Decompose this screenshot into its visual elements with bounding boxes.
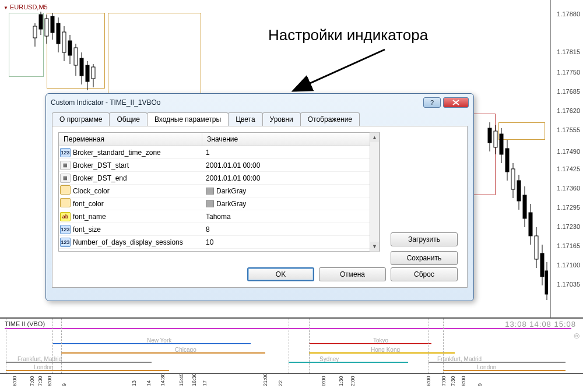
price-tick: 1.17230 bbox=[557, 223, 580, 230]
time-tick: 8:00 bbox=[47, 376, 52, 386]
time-tick: 16:30 bbox=[191, 373, 197, 386]
time-tick: 6:00 bbox=[12, 376, 17, 386]
indicator-subwindow[interactable]: TIME II (VBO) 13:08 14:08 15:08 New York… bbox=[0, 317, 583, 387]
time-tick: 17 bbox=[202, 380, 208, 386]
svg-rect-39 bbox=[535, 236, 538, 259]
table-row[interactable]: 123font_size8 bbox=[59, 223, 380, 236]
param-value[interactable]: 2001.01.01 00:00 bbox=[202, 161, 380, 169]
table-header: Переменная Значение bbox=[59, 133, 380, 146]
table-row[interactable]: ▦Broker_DST_end2001.01.01 00:00 bbox=[59, 172, 380, 185]
svg-rect-33 bbox=[517, 181, 521, 201]
session-line bbox=[6, 362, 152, 363]
reset-button[interactable]: Сброс bbox=[391, 267, 458, 281]
param-value[interactable]: 8 bbox=[202, 225, 380, 234]
table-row[interactable]: 123Broker_standard_time_zone1 bbox=[59, 146, 380, 159]
table-row[interactable]: 123Number_of_days_display_sessions10 bbox=[59, 236, 380, 249]
table-row[interactable]: font_colorDarkGray bbox=[59, 197, 380, 210]
session-line bbox=[443, 370, 566, 371]
svg-rect-17 bbox=[80, 58, 83, 76]
svg-rect-3 bbox=[39, 15, 43, 29]
param-value[interactable]: 1 bbox=[202, 149, 380, 157]
color-icon bbox=[60, 198, 71, 207]
price-tick: 1.17880 bbox=[557, 10, 580, 17]
session-line bbox=[6, 370, 169, 371]
save-button[interactable]: Сохранить bbox=[391, 251, 458, 265]
svg-rect-29 bbox=[505, 149, 509, 172]
close-button[interactable] bbox=[443, 97, 469, 108]
time-tick: 14 bbox=[146, 380, 152, 386]
annotation-label: Настройки индикатора bbox=[268, 26, 428, 44]
table-row[interactable]: abfont_nameTahoma bbox=[59, 210, 380, 223]
svg-rect-23 bbox=[488, 128, 491, 143]
price-tick: 1.17750 bbox=[557, 69, 580, 76]
session-vline bbox=[289, 319, 289, 373]
svg-rect-11 bbox=[62, 32, 66, 52]
close-icon bbox=[452, 100, 459, 105]
time-axis: 6:007:007:308:009131414:3015:4516:301721… bbox=[0, 373, 583, 387]
price-tick: 1.17815 bbox=[557, 48, 580, 55]
price-tick: 1.17295 bbox=[557, 204, 580, 211]
session-line bbox=[309, 343, 431, 344]
svg-rect-25 bbox=[494, 131, 497, 147]
param-name: Broker_DST_end bbox=[72, 174, 202, 182]
dialog-titlebar[interactable]: Custom Indicator - TIME_II_1VBOo ? bbox=[46, 94, 473, 111]
svg-rect-27 bbox=[500, 134, 503, 154]
time-tick: 0:00 bbox=[321, 376, 326, 386]
svg-rect-41 bbox=[540, 253, 544, 277]
svg-rect-35 bbox=[523, 195, 526, 218]
cancel-button[interactable]: Отмена bbox=[319, 267, 386, 281]
session-vline bbox=[429, 319, 429, 373]
time-tick: 9 bbox=[61, 383, 67, 386]
tab-about[interactable]: О программе bbox=[52, 112, 110, 126]
param-name: Number_of_days_display_sessions bbox=[72, 238, 202, 246]
table-row[interactable]: ▦Broker_DST_start2001.01.01 00:00 bbox=[59, 159, 380, 172]
time-tick: 2:00 bbox=[350, 376, 356, 386]
price-tick: 1.17555 bbox=[557, 126, 580, 133]
tab-common[interactable]: Общие bbox=[109, 112, 147, 126]
price-axis: 1.178801.178151.177501.176851.176201.175… bbox=[551, 0, 583, 317]
time-tick: 14:30 bbox=[160, 373, 166, 386]
price-tick: 1.17360 bbox=[557, 185, 580, 192]
tab-inputs[interactable]: Входные параметры bbox=[147, 112, 229, 126]
num-icon: 123 bbox=[60, 238, 71, 247]
ok-button[interactable]: OK bbox=[247, 267, 314, 281]
tab-panel: Переменная Значение 123Broker_standard_t… bbox=[52, 126, 468, 288]
time-tick: 7:00 bbox=[441, 376, 447, 386]
parameters-table[interactable]: Переменная Значение 123Broker_standard_t… bbox=[58, 132, 380, 252]
date-icon: ▦ bbox=[60, 174, 71, 183]
price-tick: 1.17035 bbox=[557, 281, 580, 288]
tab-visualization[interactable]: Отображение bbox=[300, 112, 360, 126]
svg-rect-21 bbox=[92, 67, 95, 79]
scrollbar[interactable]: ▲ ▼ bbox=[370, 132, 380, 252]
param-value[interactable]: DarkGray bbox=[202, 187, 380, 195]
session-vline bbox=[6, 319, 6, 373]
time-tick: 7:00 bbox=[29, 376, 35, 386]
col-variable: Переменная bbox=[59, 133, 202, 146]
svg-rect-15 bbox=[74, 48, 78, 65]
tab-levels[interactable]: Уровни bbox=[262, 112, 301, 126]
param-name: font_name bbox=[72, 213, 202, 221]
indicator-label: TIME II (VBO) bbox=[3, 320, 46, 327]
load-button[interactable]: Загрузить bbox=[391, 232, 458, 246]
time-tick: 1:30 bbox=[338, 376, 344, 386]
scroll-up-icon[interactable]: ▲ bbox=[370, 133, 379, 142]
session-line bbox=[309, 352, 455, 354]
time-tick: 15:45 bbox=[178, 373, 184, 386]
target-icon: ◎ bbox=[574, 331, 580, 340]
param-value[interactable]: 2001.01.01 00:00 bbox=[202, 174, 380, 182]
param-value[interactable]: 10 bbox=[202, 238, 380, 246]
help-button[interactable]: ? bbox=[423, 97, 441, 108]
num-icon: 123 bbox=[60, 148, 71, 157]
color-swatch bbox=[206, 188, 214, 195]
col-value: Значение bbox=[202, 133, 380, 146]
price-tick: 1.17425 bbox=[557, 165, 580, 172]
param-value[interactable]: DarkGray bbox=[202, 200, 380, 208]
table-row[interactable]: Clock_colorDarkGray bbox=[59, 185, 380, 197]
scroll-down-icon[interactable]: ▼ bbox=[370, 242, 379, 251]
price-tick: 1.17685 bbox=[557, 88, 580, 95]
num-icon: 123 bbox=[60, 225, 71, 234]
dialog-tabs: О программе Общие Входные параметры Цвет… bbox=[52, 112, 468, 126]
session-line bbox=[429, 362, 566, 363]
param-value[interactable]: Tahoma bbox=[202, 213, 380, 221]
tab-colors[interactable]: Цвета bbox=[228, 112, 262, 126]
